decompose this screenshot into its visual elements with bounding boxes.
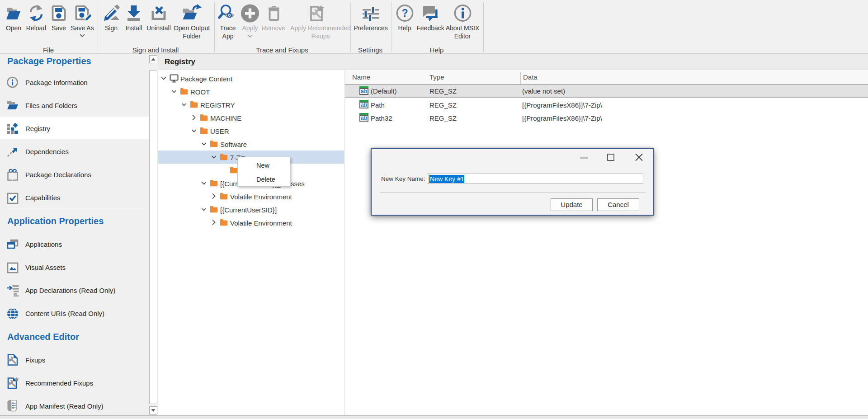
svg-text:?: ? xyxy=(401,7,408,19)
